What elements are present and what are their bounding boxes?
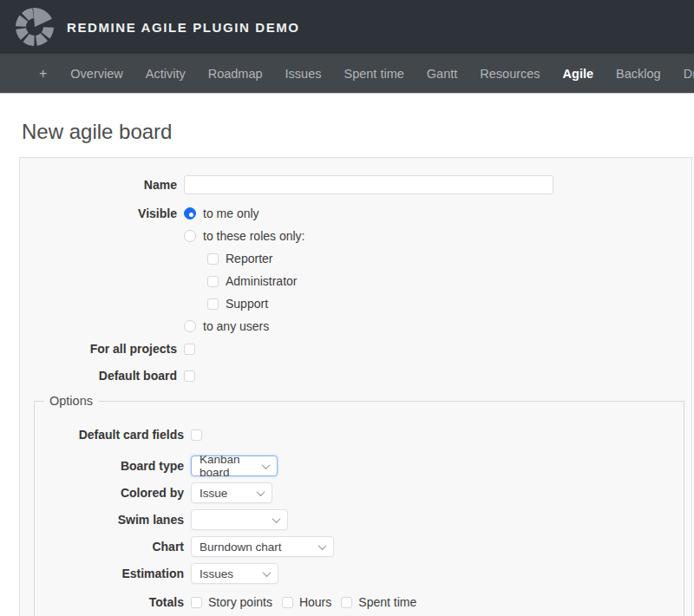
- checkbox-reporter[interactable]: [207, 253, 219, 265]
- add-menu-button[interactable]: +: [39, 66, 47, 82]
- nav-item-resources[interactable]: Resources: [468, 67, 551, 81]
- board-type-value: Kanban board: [200, 453, 256, 479]
- checkbox-administrator-label: Administrator: [226, 274, 297, 288]
- estimation-select[interactable]: Issues: [191, 563, 278, 584]
- radio-to-these-roles-label: to these roles only:: [203, 229, 305, 243]
- checkbox-support[interactable]: [207, 298, 219, 310]
- nav-item-backlog[interactable]: Backlog: [605, 67, 672, 81]
- nav-item-drive[interactable]: Drive: [672, 67, 694, 81]
- board-type-label: Board type: [35, 459, 184, 473]
- radio-to-me-only-label: to me only: [203, 206, 259, 220]
- default-board-label: Default board: [20, 369, 177, 383]
- colored-by-label: Colored by: [35, 486, 184, 500]
- estimation-value: Issues: [200, 567, 233, 580]
- chart-row: Chart Burndown chart: [35, 536, 684, 557]
- role-reporter[interactable]: Reporter: [207, 247, 305, 270]
- checkbox-hours[interactable]: [282, 597, 293, 608]
- visible-option-any[interactable]: to any users: [184, 315, 305, 337]
- default-card-fields-row: Default card fields: [35, 423, 684, 446]
- nav-item-issues[interactable]: Issues: [274, 67, 333, 81]
- chevron-down-icon: [272, 514, 281, 523]
- nav-item-overview[interactable]: Overview: [59, 67, 134, 81]
- nav-item-gantt[interactable]: Gantt: [416, 67, 468, 81]
- board-type-select[interactable]: Kanban board: [191, 455, 278, 476]
- totals-options: Story points Hours Spent time: [191, 595, 426, 609]
- nav-item-roadmap[interactable]: Roadmap: [197, 67, 274, 81]
- app-title: REDMINE AGILE PLUGIN DEMO: [67, 20, 300, 35]
- nav-item-spent-time[interactable]: Spent time: [333, 67, 416, 81]
- swim-lanes-row: Swim lanes: [35, 509, 684, 530]
- chevron-down-icon: [318, 541, 327, 550]
- checkbox-default-card-fields[interactable]: [191, 429, 202, 441]
- swim-lanes-label: Swim lanes: [35, 513, 184, 527]
- estimation-row: Estimation Issues: [35, 563, 684, 584]
- checkbox-administrator[interactable]: [207, 276, 219, 287]
- board-type-row: Board type Kanban board: [35, 455, 684, 476]
- options-fieldset: Options Default card fields Board type K…: [34, 394, 684, 616]
- colored-by-row: Colored by Issue: [35, 482, 684, 503]
- visible-label: Visible: [20, 202, 177, 225]
- for-all-projects-row: For all projects: [20, 337, 691, 360]
- app-header: REDMINE AGILE PLUGIN DEMO: [0, 0, 694, 54]
- checkbox-story-points[interactable]: [191, 597, 202, 608]
- chart-label: Chart: [35, 540, 184, 554]
- for-all-projects-label: For all projects: [20, 342, 177, 356]
- checkbox-support-label: Support: [226, 297, 268, 311]
- visible-option-me[interactable]: to me only: [184, 202, 305, 225]
- radio-to-me-only[interactable]: [184, 207, 196, 220]
- colored-by-value: Issue: [200, 487, 227, 500]
- options-legend: Options: [44, 394, 98, 408]
- checkbox-spent-time[interactable]: [341, 597, 352, 608]
- visible-options: to me only to these roles only: Reporter…: [184, 202, 305, 337]
- radio-to-any-users-label: to any users: [203, 319, 269, 333]
- default-board-row: Default board: [20, 364, 691, 387]
- colored-by-select[interactable]: Issue: [191, 482, 272, 503]
- chart-value: Burndown chart: [200, 541, 282, 554]
- redmine-logo-icon: [15, 7, 55, 47]
- nav-item-agile[interactable]: Agile: [552, 67, 605, 81]
- checkbox-story-points-label: Story points: [208, 595, 272, 609]
- totals-label: Totals: [35, 595, 184, 609]
- totals-row: Totals Story points Hours Spent time: [35, 592, 684, 613]
- checkbox-hours-label: Hours: [299, 595, 331, 609]
- default-card-fields-label: Default card fields: [35, 428, 184, 442]
- chevron-down-icon: [257, 488, 265, 496]
- checkbox-spent-time-label: Spent time: [358, 595, 416, 609]
- swim-lanes-select[interactable]: [191, 509, 288, 530]
- checkbox-for-all-projects[interactable]: [184, 344, 195, 355]
- main-nav: + Overview Activity Roadmap Issues Spent…: [0, 54, 694, 94]
- chevron-down-icon: [262, 461, 271, 469]
- name-input[interactable]: [184, 175, 553, 194]
- nav-item-activity[interactable]: Activity: [134, 67, 197, 81]
- new-board-form: Name Visible to me only to these roles o…: [19, 157, 692, 616]
- visible-row: Visible to me only to these roles only: …: [20, 195, 691, 337]
- chevron-down-icon: [263, 568, 272, 577]
- radio-to-any-users[interactable]: [184, 320, 196, 332]
- name-row: Name: [20, 174, 691, 195]
- visible-option-roles[interactable]: to these roles only:: [184, 225, 305, 247]
- chart-select[interactable]: Burndown chart: [191, 536, 334, 557]
- role-administrator[interactable]: Administrator: [207, 270, 305, 292]
- estimation-label: Estimation: [35, 567, 184, 580]
- page-title: New agile board: [0, 94, 694, 144]
- checkbox-default-board[interactable]: [184, 370, 195, 382]
- name-label: Name: [20, 178, 177, 192]
- checkbox-reporter-label: Reporter: [226, 252, 272, 265]
- role-support[interactable]: Support: [207, 292, 305, 315]
- radio-to-these-roles[interactable]: [184, 230, 196, 242]
